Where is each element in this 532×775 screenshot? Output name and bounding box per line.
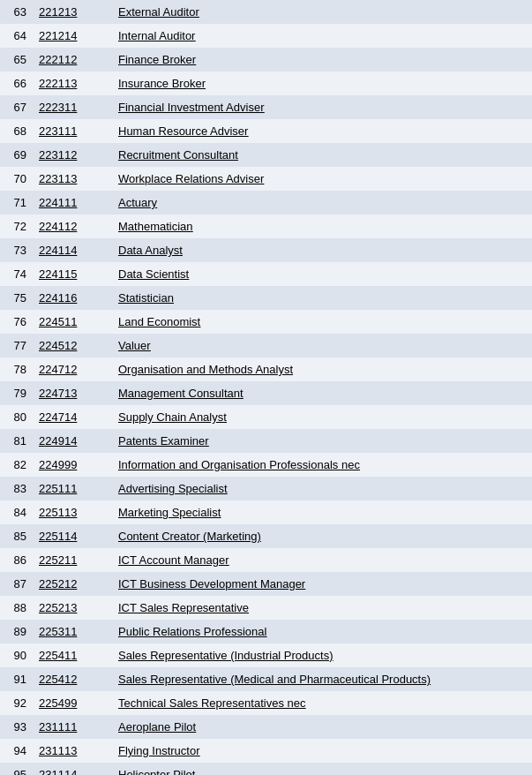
occupation-code[interactable]: 224511 (34, 310, 113, 334)
occupation-code[interactable]: 223113 (34, 167, 113, 191)
occupation-label[interactable]: Land Economist (113, 310, 532, 334)
occupation-code[interactable]: 221214 (34, 24, 113, 48)
occupation-label[interactable]: Finance Broker (113, 48, 532, 71)
occupation-label[interactable]: Marketing Specialist (113, 500, 532, 524)
occupation-code[interactable]: 225499 (34, 691, 113, 715)
occupation-code[interactable]: 224999 (34, 453, 113, 477)
occupation-code[interactable]: 224713 (34, 381, 113, 405)
row-number: 75 (0, 286, 34, 310)
occupation-code[interactable]: 224714 (34, 405, 113, 429)
row-number: 77 (0, 334, 34, 357)
row-number: 63 (0, 0, 34, 24)
row-number: 90 (0, 643, 34, 667)
occupation-code[interactable]: 231113 (34, 739, 113, 763)
occupation-label[interactable]: ICT Business Development Manager (113, 572, 532, 596)
row-number: 67 (0, 95, 34, 119)
occupation-code[interactable]: 224116 (34, 286, 113, 310)
occupation-code[interactable]: 223112 (34, 143, 113, 167)
table-row: 68223111Human Resource Adviser (0, 119, 532, 143)
occupation-label[interactable]: Internal Auditor (113, 24, 532, 48)
row-number: 83 (0, 477, 34, 500)
row-number: 71 (0, 191, 34, 214)
occupation-label[interactable]: Information and Organisation Professiona… (113, 453, 532, 477)
occupation-code[interactable]: 221213 (34, 0, 113, 24)
occupation-label[interactable]: Flying Instructor (113, 739, 532, 763)
table-row: 81224914Patents Examiner (0, 429, 532, 453)
occupation-code[interactable]: 225111 (34, 477, 113, 500)
occupation-code[interactable]: 222311 (34, 95, 113, 119)
occupation-code[interactable]: 223111 (34, 119, 113, 143)
table-row: 85225114Content Creator (Marketing) (0, 524, 532, 548)
occupation-label[interactable]: Management Consultant (113, 381, 532, 405)
occupation-label[interactable]: Data Analyst (113, 238, 532, 262)
occupation-code[interactable]: 231114 (34, 763, 113, 775)
occupation-code[interactable]: 224111 (34, 191, 113, 214)
occupation-label[interactable]: Public Relations Professional (113, 620, 532, 643)
occupation-label[interactable]: ICT Sales Representative (113, 596, 532, 620)
row-number: 66 (0, 71, 34, 95)
occupation-code[interactable]: 222112 (34, 48, 113, 71)
occupation-label[interactable]: Supply Chain Analyst (113, 405, 532, 429)
occupation-label[interactable]: Actuary (113, 191, 532, 214)
table-row: 95231114Helicopter Pilot (0, 763, 532, 775)
occupation-code[interactable]: 231111 (34, 715, 113, 739)
occupation-code[interactable]: 224112 (34, 214, 113, 238)
occupation-code[interactable]: 224512 (34, 334, 113, 357)
occupation-label[interactable]: Insurance Broker (113, 71, 532, 95)
occupation-code[interactable]: 222113 (34, 71, 113, 95)
table-row: 82224999Information and Organisation Pro… (0, 453, 532, 477)
occupation-label[interactable]: Valuer (113, 334, 532, 357)
occupation-label[interactable]: Advertising Specialist (113, 477, 532, 500)
occupation-code[interactable]: 225213 (34, 596, 113, 620)
occupation-label[interactable]: ICT Account Manager (113, 548, 532, 572)
row-number: 92 (0, 691, 34, 715)
occupation-code[interactable]: 225211 (34, 548, 113, 572)
occupation-code[interactable]: 225412 (34, 667, 113, 691)
occupation-code[interactable]: 224712 (34, 357, 113, 381)
occupation-label[interactable]: Financial Investment Adviser (113, 95, 532, 119)
occupation-label[interactable]: Data Scientist (113, 262, 532, 286)
row-number: 79 (0, 381, 34, 405)
table-row: 72224112Mathematician (0, 214, 532, 238)
occupation-label[interactable]: Technical Sales Representatives nec (113, 691, 532, 715)
row-number: 64 (0, 24, 34, 48)
row-number: 68 (0, 119, 34, 143)
row-number: 65 (0, 48, 34, 71)
occupation-label[interactable]: Workplace Relations Adviser (113, 167, 532, 191)
table-row: 65222112Finance Broker (0, 48, 532, 71)
occupation-code[interactable]: 225411 (34, 643, 113, 667)
occupation-label[interactable]: External Auditor (113, 0, 532, 24)
table-row: 83225111Advertising Specialist (0, 477, 532, 500)
occupation-code[interactable]: 225114 (34, 524, 113, 548)
occupation-label[interactable]: Statistician (113, 286, 532, 310)
occupation-label[interactable]: Recruitment Consultant (113, 143, 532, 167)
occupation-label[interactable]: Mathematician (113, 214, 532, 238)
occupation-label[interactable]: Content Creator (Marketing) (113, 524, 532, 548)
occupation-label[interactable]: Patents Examiner (113, 429, 532, 453)
occupation-code[interactable]: 225311 (34, 620, 113, 643)
row-number: 78 (0, 357, 34, 381)
occupation-label[interactable]: Sales Representative (Industrial Product… (113, 643, 532, 667)
occupation-code[interactable]: 225212 (34, 572, 113, 596)
occupation-code[interactable]: 224115 (34, 262, 113, 286)
occupation-label[interactable]: Organisation and Methods Analyst (113, 357, 532, 381)
row-number: 93 (0, 715, 34, 739)
row-number: 73 (0, 238, 34, 262)
occupation-code[interactable]: 225113 (34, 500, 113, 524)
table-row: 87225212ICT Business Development Manager (0, 572, 532, 596)
row-number: 76 (0, 310, 34, 334)
table-row: 86225211ICT Account Manager (0, 548, 532, 572)
table-row: 69223112Recruitment Consultant (0, 143, 532, 167)
occupation-label[interactable]: Sales Representative (Medical and Pharma… (113, 667, 532, 691)
occupation-code[interactable]: 224914 (34, 429, 113, 453)
table-row: 89225311Public Relations Professional (0, 620, 532, 643)
occupation-label[interactable]: Helicopter Pilot (113, 763, 532, 775)
table-row: 90225411Sales Representative (Industrial… (0, 643, 532, 667)
table-row: 76224511Land Economist (0, 310, 532, 334)
row-number: 85 (0, 524, 34, 548)
table-row: 70223113Workplace Relations Adviser (0, 167, 532, 191)
occupation-label[interactable]: Human Resource Adviser (113, 119, 532, 143)
occupation-code[interactable]: 224114 (34, 238, 113, 262)
occupation-label[interactable]: Aeroplane Pilot (113, 715, 532, 739)
table-row: 93231111Aeroplane Pilot (0, 715, 532, 739)
